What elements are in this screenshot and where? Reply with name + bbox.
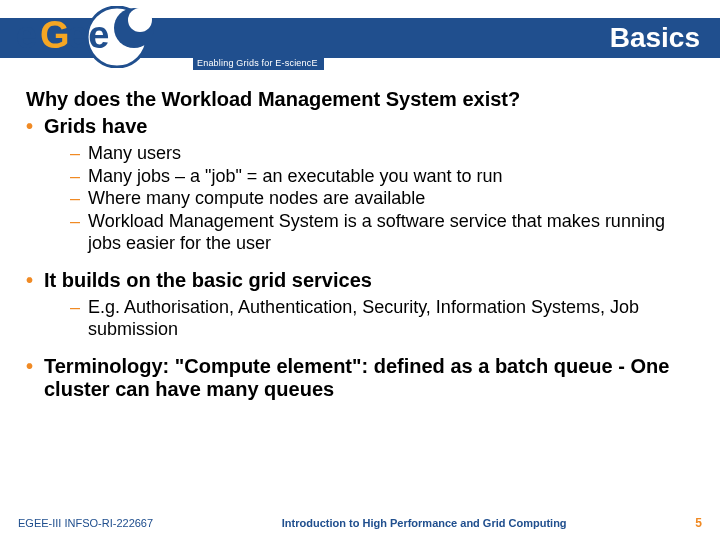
svg-point-2 — [128, 8, 152, 32]
footer-id: EGEE-III INFSO-RI-222667 — [18, 517, 153, 529]
slide-title: Basics — [610, 22, 700, 54]
bullet-terminology: Terminology: "Compute element": defined … — [26, 355, 698, 401]
list-item: Workload Management System is a software… — [70, 210, 698, 255]
svg-text:G: G — [40, 14, 70, 56]
sub-list-2: E.g. Authorisation, Authentication, Secu… — [26, 296, 698, 341]
bullet-grids-have: Grids have — [26, 115, 698, 138]
list-item: Many jobs – a "job" = an executable you … — [70, 165, 698, 188]
egee-logo: e G ee — [12, 6, 192, 68]
bullet-builds-on: It builds on the basic grid services — [26, 269, 698, 292]
list-item: Many users — [70, 142, 698, 165]
footer: EGEE-III INFSO-RI-222667 Introduction to… — [0, 516, 720, 530]
svg-text:ee: ee — [67, 14, 109, 56]
footer-title: Introduction to High Performance and Gri… — [282, 517, 567, 529]
list-item: Where many compute nodes are available — [70, 187, 698, 210]
question-heading: Why does the Workload Management System … — [26, 88, 698, 111]
list-item: E.g. Authorisation, Authentication, Secu… — [70, 296, 698, 341]
tagline: Enabling Grids for E-sciencE — [193, 58, 324, 70]
slide-content: Why does the Workload Management System … — [26, 88, 698, 405]
sub-list-1: Many users Many jobs – a "job" = an exec… — [26, 142, 698, 255]
page-number: 5 — [695, 516, 702, 530]
svg-text:e: e — [16, 14, 37, 56]
